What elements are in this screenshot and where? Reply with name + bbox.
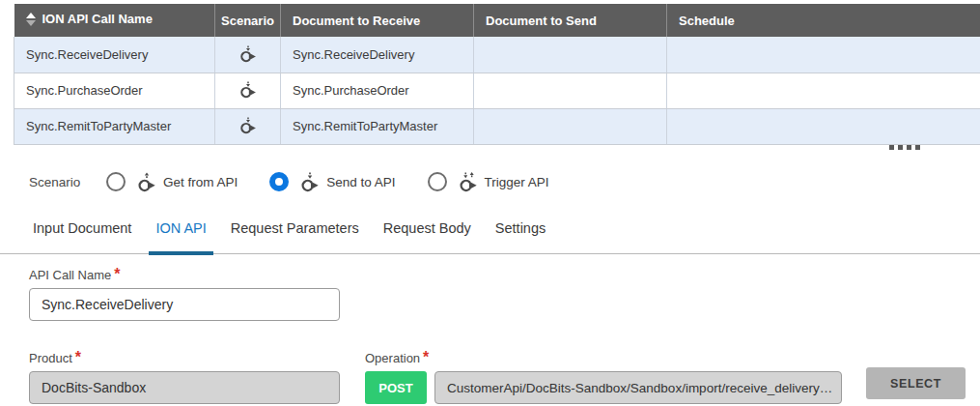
radio-option-label: Get from API bbox=[163, 175, 238, 189]
ion-api-form: API Call Name* Product* Operation* POST … bbox=[29, 266, 980, 400]
trigger-api-icon bbox=[458, 171, 479, 192]
get-from-api-icon bbox=[136, 171, 157, 192]
cell-document-to-receive[interactable]: Sync.RemitToPartyMaster bbox=[281, 108, 474, 144]
select-operation-button[interactable]: SELECT bbox=[866, 367, 966, 399]
cell-document-to-send[interactable] bbox=[474, 72, 667, 108]
table-row[interactable]: Sync.PurchaseOrder Sync.PurchaseOrder bbox=[14, 72, 980, 108]
operation-path-value: CustomerApi/DocBits-Sandbox/Sandbox/impo… bbox=[434, 371, 842, 404]
cell-scenario[interactable] bbox=[215, 108, 281, 144]
radio-option-send-to-api[interactable]: Send to API bbox=[269, 171, 395, 192]
required-asterisk: * bbox=[423, 349, 429, 365]
radio-button[interactable] bbox=[428, 172, 447, 191]
cell-document-to-send[interactable] bbox=[474, 108, 667, 144]
product-input bbox=[29, 371, 340, 404]
required-asterisk: * bbox=[75, 349, 81, 365]
tab-input-document[interactable]: Input Document bbox=[32, 217, 132, 254]
operation-field: Operation* POST CustomerApi/DocBits-Sand… bbox=[365, 349, 842, 404]
product-label: Product bbox=[29, 351, 72, 365]
sort-icon[interactable] bbox=[26, 13, 36, 26]
cell-api-call-name[interactable]: Sync.PurchaseOrder bbox=[14, 72, 215, 108]
api-calls-table: ION API Call Name Scenario Document to R… bbox=[14, 4, 980, 145]
cell-scenario[interactable] bbox=[215, 37, 281, 72]
column-header-schedule[interactable]: Schedule bbox=[667, 4, 980, 37]
radio-button[interactable] bbox=[106, 172, 126, 191]
column-header-document-to-receive[interactable]: Document to Receive bbox=[281, 4, 474, 37]
http-method-badge: POST bbox=[365, 371, 427, 404]
cell-api-call-name[interactable]: Sync.RemitToPartyMaster bbox=[14, 108, 215, 144]
cell-document-to-send[interactable] bbox=[474, 37, 667, 72]
column-header-ion-api-call-name[interactable]: ION API Call Name bbox=[14, 4, 215, 37]
tab-settings[interactable]: Settings bbox=[494, 217, 546, 254]
send-to-api-icon bbox=[238, 44, 258, 66]
send-to-api-icon bbox=[238, 115, 258, 137]
cell-scenario[interactable] bbox=[215, 72, 281, 108]
operation-label: Operation bbox=[365, 351, 420, 365]
column-header-scenario[interactable]: Scenario bbox=[215, 4, 281, 37]
table-row[interactable]: Sync.ReceiveDelivery Sync.ReceiveDeliver… bbox=[14, 37, 980, 72]
drag-handle-icon[interactable] bbox=[889, 145, 920, 150]
radio-button-selected[interactable] bbox=[269, 172, 289, 191]
send-to-api-icon bbox=[238, 79, 258, 102]
radio-option-label: Trigger API bbox=[485, 175, 549, 189]
cell-schedule[interactable] bbox=[667, 37, 980, 72]
column-label: ION API Call Name bbox=[42, 12, 153, 26]
cell-document-to-receive[interactable]: Sync.ReceiveDelivery bbox=[281, 37, 474, 72]
product-field: Product* bbox=[29, 349, 340, 404]
cell-document-to-receive[interactable]: Sync.PurchaseOrder bbox=[281, 72, 474, 108]
tab-request-body[interactable]: Request Body bbox=[382, 217, 472, 254]
api-call-name-input[interactable] bbox=[29, 288, 340, 321]
radio-option-label: Send to API bbox=[326, 175, 395, 189]
cell-schedule[interactable] bbox=[667, 108, 980, 144]
radio-option-trigger-api[interactable]: Trigger API bbox=[428, 171, 549, 192]
scenario-group-label: Scenario bbox=[29, 175, 106, 189]
required-asterisk: * bbox=[114, 266, 120, 282]
radio-option-get-from-api[interactable]: Get from API bbox=[106, 171, 238, 192]
table-header: ION API Call Name Scenario Document to R… bbox=[14, 4, 980, 37]
detail-tabs: Input Document ION API Request Parameter… bbox=[0, 217, 980, 254]
table-row[interactable]: Sync.RemitToPartyMaster Sync.RemitToPart… bbox=[14, 108, 980, 144]
tab-ion-api[interactable]: ION API bbox=[154, 217, 207, 254]
tab-request-parameters[interactable]: Request Parameters bbox=[230, 217, 360, 254]
column-header-document-to-send[interactable]: Document to Send bbox=[474, 4, 667, 37]
send-to-api-icon bbox=[299, 171, 321, 192]
cell-api-call-name[interactable]: Sync.ReceiveDelivery bbox=[14, 37, 215, 72]
api-call-name-label: API Call Name bbox=[29, 268, 111, 282]
scenario-radio-group: Scenario Get from API Send to API bbox=[29, 170, 581, 193]
api-call-name-field: API Call Name* bbox=[29, 266, 980, 321]
cell-schedule[interactable] bbox=[667, 72, 980, 108]
